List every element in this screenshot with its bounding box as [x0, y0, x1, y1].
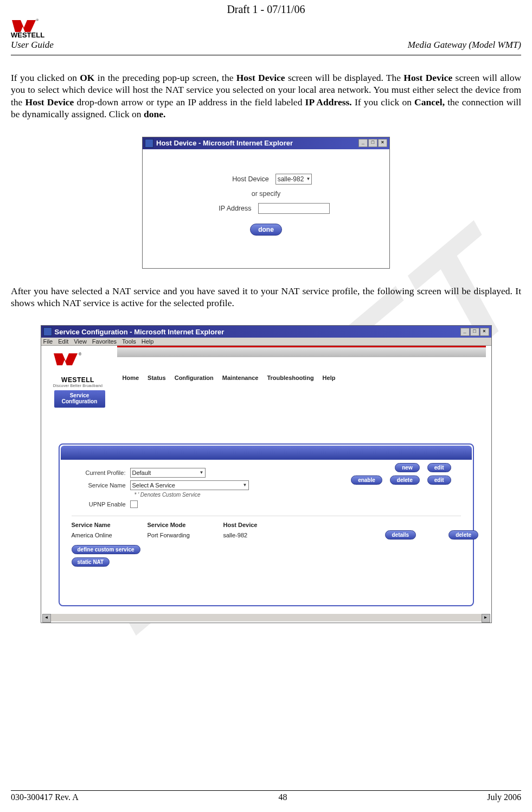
static-nat-button[interactable]: static NAT [72, 557, 110, 567]
header-rule [11, 55, 521, 55]
menu-help[interactable]: Help [142, 338, 154, 345]
scroll-right-icon[interactable]: ► [482, 614, 490, 623]
panel-header-band [61, 446, 472, 460]
draft-header: Draft 1 - 07/11/06 [11, 0, 521, 16]
service-config-window: Service Configuration - Microsoft Intern… [41, 325, 492, 623]
minimize-button[interactable]: _ [358, 139, 368, 147]
nav-help[interactable]: Help [323, 375, 336, 381]
westell-logo: WESTELL ® [11, 17, 70, 39]
edit-profile-button[interactable]: edit [427, 463, 451, 472]
paragraph-2: After you have selected a NAT service an… [11, 285, 521, 309]
maximize-button[interactable]: □ [368, 139, 377, 147]
westell-logo: ® [46, 350, 111, 373]
new-button[interactable]: new [395, 463, 419, 472]
host-device-window: Host Device - Microsoft Internet Explore… [142, 137, 390, 269]
delete-service-button[interactable]: delete [390, 475, 420, 485]
nav-maintenance[interactable]: Maintenance [222, 375, 259, 381]
service-table-row: America Online Port Forwarding salle-982… [72, 530, 461, 540]
titlebar: Service Configuration - Microsoft Intern… [41, 326, 491, 338]
current-profile-label: Current Profile: [72, 470, 126, 476]
brand-tagline: Discover Better Broadband [46, 384, 111, 388]
host-device-label: Host Device [220, 175, 269, 183]
model-label: Media Gateway (Model WMT) [408, 40, 521, 50]
th-service-name: Service Name [72, 522, 148, 528]
nav-configuration[interactable]: Configuration [175, 375, 214, 381]
service-name-label: Service Name [72, 482, 126, 489]
service-name-select[interactable]: Select A Service [130, 480, 249, 490]
menu-edit[interactable]: Edit [58, 338, 68, 345]
td-service-mode: Port Forwarding [148, 532, 223, 538]
menu-file[interactable]: File [43, 338, 53, 345]
nav-home[interactable]: Home [123, 375, 139, 381]
host-device-select[interactable]: salle-982 [275, 174, 312, 185]
custom-service-note: * ' Denotes Custom Service [134, 492, 461, 498]
window-title: Host Device - Microsoft Internet Explore… [156, 139, 293, 147]
details-button[interactable]: details [385, 530, 416, 540]
scroll-left-icon[interactable]: ◄ [42, 614, 51, 623]
footer-rev: 030-300417 Rev. A [11, 792, 79, 802]
define-custom-service-button[interactable]: define custom service [72, 545, 140, 554]
panel-divider [72, 516, 461, 516]
page-header: WESTELL ® User Guide Media Gateway (Mode… [11, 17, 521, 50]
maximize-button[interactable]: □ [470, 328, 479, 336]
upnp-checkbox[interactable] [130, 500, 138, 508]
edit-service-button[interactable]: edit [427, 475, 451, 485]
current-profile-select[interactable]: Default [130, 468, 206, 478]
paragraph-1: If you clicked on OK in the preceding po… [11, 72, 521, 120]
menu-favorites[interactable]: Favorites [92, 338, 117, 345]
upnp-label: UPNP Enable [72, 501, 126, 507]
td-service-name: America Online [72, 532, 148, 538]
done-button[interactable]: done [250, 224, 282, 236]
nav-status[interactable]: Status [148, 375, 166, 381]
svg-text:WESTELL: WESTELL [11, 31, 44, 39]
sidebar-service-configuration[interactable]: ServiceConfiguration [54, 390, 105, 408]
horizontal-scrollbar[interactable]: ◄ ► [42, 614, 490, 621]
user-guide-label: User Guide [11, 40, 70, 50]
nav-troubleshooting[interactable]: Troubleshooting [267, 375, 313, 381]
content-panel: new edit enable delete edit Cu [59, 443, 474, 606]
enable-button[interactable]: enable [351, 475, 382, 485]
window-title: Service Configuration - Microsoft Intern… [55, 328, 225, 336]
menu-view[interactable]: View [74, 338, 87, 345]
close-button[interactable]: × [378, 139, 387, 147]
menubar: File Edit View Favorites Tools Help [41, 338, 491, 346]
minimize-button[interactable]: _ [460, 328, 470, 336]
footer-date: July 2006 [487, 792, 521, 802]
footer-page: 48 [279, 792, 287, 802]
close-button[interactable]: × [480, 328, 489, 336]
svg-text:®: ® [79, 352, 82, 356]
page-footer: 030-300417 Rev. A 48 July 2006 [11, 790, 521, 802]
delete-row-button[interactable]: delete [448, 530, 478, 540]
td-host-device: salle-982 [223, 532, 299, 538]
or-specify-label: or specify [164, 190, 368, 198]
th-host-device: Host Device [223, 522, 299, 528]
th-service-mode: Service Mode [148, 522, 223, 528]
menu-tools[interactable]: Tools [122, 338, 136, 345]
svg-text:®: ® [36, 18, 39, 22]
ie-icon [145, 139, 153, 148]
ie-icon [43, 327, 52, 336]
titlebar: Host Device - Microsoft Internet Explore… [143, 137, 389, 149]
top-nav: Home Status Configuration Maintenance Tr… [117, 346, 486, 381]
ip-address-label: IP Address [203, 205, 252, 212]
brand-name: WESTELL [46, 376, 111, 384]
service-table-header: Service Name Service Mode Host Device [72, 522, 461, 528]
ip-address-input[interactable] [258, 203, 330, 214]
